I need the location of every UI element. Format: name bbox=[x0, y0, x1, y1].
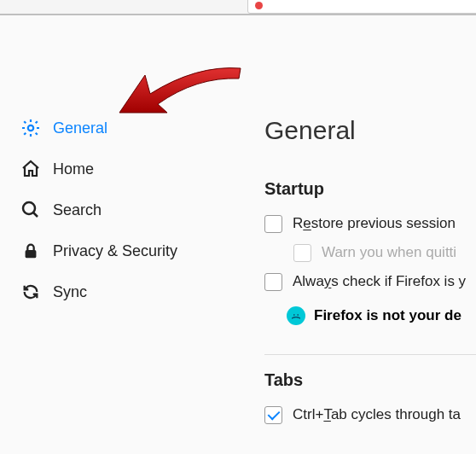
section-divider bbox=[264, 354, 476, 355]
warn-quit-label: Warn you when quitti bbox=[322, 244, 456, 261]
sidebar-item-home[interactable]: Home bbox=[20, 148, 213, 189]
sidebar-item-label: Search bbox=[53, 201, 102, 219]
browser-toolbar bbox=[0, 0, 476, 15]
warn-quit-checkbox bbox=[293, 244, 311, 262]
sidebar-item-privacy[interactable]: Privacy & Security bbox=[20, 230, 213, 271]
sync-icon bbox=[20, 282, 41, 302]
svg-rect-3 bbox=[26, 250, 37, 258]
sidebar-item-label: Sync bbox=[53, 283, 87, 301]
always-check-checkbox[interactable] bbox=[264, 273, 282, 291]
site-identity-icon bbox=[255, 2, 263, 9]
ctrl-tab-row[interactable]: Ctrl+Tab cycles through ta bbox=[264, 400, 476, 429]
sidebar-item-label: General bbox=[53, 119, 107, 137]
restore-session-label: Restore previous session bbox=[293, 215, 456, 232]
url-bar[interactable] bbox=[247, 0, 476, 14]
ctrl-tab-checkbox[interactable] bbox=[264, 406, 282, 424]
restore-session-row[interactable]: Restore previous session bbox=[264, 209, 476, 238]
always-check-label: Always check if Firefox is y bbox=[293, 273, 466, 290]
svg-point-1 bbox=[23, 202, 35, 214]
sidebar-item-general[interactable]: General bbox=[20, 108, 213, 148]
sidebar-item-search[interactable]: Search bbox=[20, 189, 213, 230]
warn-quit-row: Warn you when quitti bbox=[293, 238, 476, 267]
lock-icon bbox=[20, 241, 41, 261]
gear-icon bbox=[20, 118, 41, 138]
svg-point-0 bbox=[28, 125, 33, 131]
default-browser-status: Firefox is not your de bbox=[287, 306, 476, 325]
sad-face-icon bbox=[287, 306, 305, 325]
startup-section-title: Startup bbox=[264, 179, 476, 199]
sidebar-item-sync[interactable]: Sync bbox=[20, 271, 213, 312]
restore-session-checkbox[interactable] bbox=[264, 215, 282, 233]
default-browser-text: Firefox is not your de bbox=[314, 307, 461, 324]
preferences-sidebar: General Home Search bbox=[0, 15, 213, 454]
svg-line-2 bbox=[33, 212, 38, 217]
sidebar-item-label: Privacy & Security bbox=[53, 242, 177, 260]
page-title: General bbox=[264, 116, 476, 145]
search-icon bbox=[20, 200, 41, 220]
always-check-row[interactable]: Always check if Firefox is y bbox=[264, 267, 476, 296]
preferences-content: General Startup Restore previous session… bbox=[213, 15, 476, 454]
home-icon bbox=[20, 159, 41, 179]
tabs-section-title: Tabs bbox=[264, 370, 476, 390]
ctrl-tab-label: Ctrl+Tab cycles through ta bbox=[293, 406, 461, 423]
sidebar-item-label: Home bbox=[53, 160, 94, 178]
